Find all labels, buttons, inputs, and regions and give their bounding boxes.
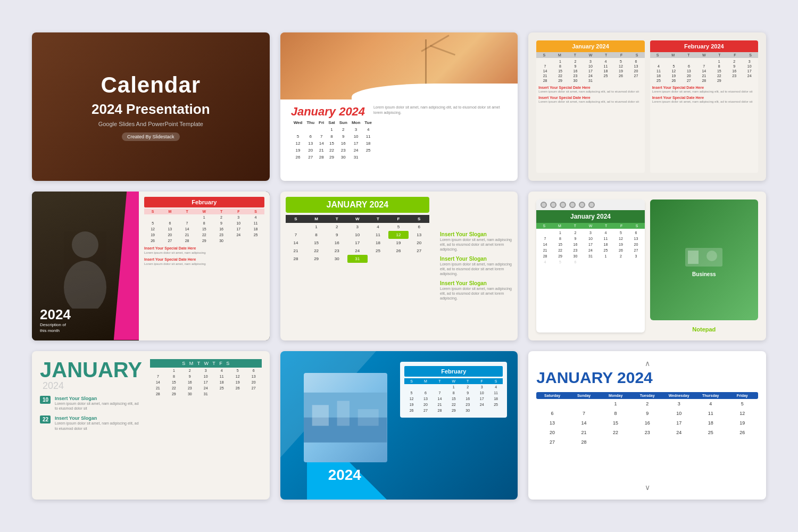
month-title: January 2024 xyxy=(291,105,363,119)
event-2-content: Insert Your Slogan Lorem ipsum dolor sit… xyxy=(55,415,142,431)
event-2-desc: Lorem ipsum dolor sit amet, nam adipisci… xyxy=(55,421,142,431)
big-jan-text: JANUARY xyxy=(40,358,142,381)
slogan-1: Insert Your Slogan Lorem ipsum dolor sit… xyxy=(440,231,512,252)
jan-header: January 2024 xyxy=(536,40,644,52)
teal-right-cal: S M T W T F S 123456 78910111213 1415161… xyxy=(150,359,262,492)
blue-days-header: SaturdaySundayMondayTuesdayWednesdayThur… xyxy=(536,392,758,399)
slide-title[interactable]: Calendar 2024 Presentation Google Slides… xyxy=(32,32,270,181)
notepad-calendar: January 2024 SMTWTFS 123456 78910111213 … xyxy=(536,200,644,332)
jan-insert-link: Insert Your Special Date Here xyxy=(538,86,642,89)
feb-header: February 2024 xyxy=(650,40,758,52)
biz-label: Business xyxy=(692,271,716,277)
slide-notepad[interactable]: January 2024 SMTWTFS 123456 78910111213 … xyxy=(528,192,766,340)
business-image: Business xyxy=(650,200,758,320)
jan-days-h: SMTWTFS xyxy=(286,215,429,223)
big-month-header: JANUARY 2024 xyxy=(40,359,142,392)
feb-insert-link: Insert Your Special Date Here xyxy=(652,86,756,89)
february-cal: February 2024 SMTWTFS 123 45678910 11121… xyxy=(650,40,758,173)
blue-dates: 12345 6789101112 13141516171819 20212223… xyxy=(536,399,758,447)
slogan-2: Insert Your Slogan Lorem ipsum dolor sit… xyxy=(440,256,512,276)
feb-desc: Lorem ipsum dolor sit amet, nam adipisci… xyxy=(652,90,756,94)
event-1-desc: Lorem ipsum dolor sit amet, nam adipisci… xyxy=(55,401,142,412)
spiral-1 xyxy=(541,202,547,208)
template-desc: Google Slides And PowerPoint Template xyxy=(98,121,203,127)
calendar-table: WedThuFriSatSunMonTue 1234 567891011 121… xyxy=(291,119,375,161)
month-year-row: JANUARY 2024 xyxy=(536,369,758,387)
jan-desc: Lorem ipsum dolor sit amet, nam adipisci… xyxy=(538,90,642,94)
big-jan9-text: JANUARY 2024 xyxy=(536,369,652,387)
event-1-num: 10 xyxy=(40,396,51,404)
nav-bottom: ∨ xyxy=(536,483,758,492)
content-area: January 2024 WedThuFriSatSunMonTue 1234 … xyxy=(280,99,518,181)
main-subtitle: 2024 Presentation xyxy=(92,101,210,118)
photo-area xyxy=(280,32,518,99)
svg-rect-8 xyxy=(337,401,350,426)
svg-point-4 xyxy=(706,251,717,261)
spiral-4 xyxy=(569,202,576,208)
slide-february-dark[interactable]: February S M T W T F S 1 2 3 4 5 6 7 xyxy=(32,192,270,340)
svg-rect-7 xyxy=(312,405,329,426)
notepad-label: Notepad xyxy=(650,326,758,332)
event-2-title: Insert Your Slogan xyxy=(55,415,142,421)
insert-link2: Insert Your Special Date Here xyxy=(144,257,264,261)
teal-dates: 123456 78910111213 14151617181920 212223… xyxy=(150,368,262,397)
year-blue-label: 2024 xyxy=(328,467,361,484)
feb-insert-link2: Insert Your Special Date Here xyxy=(652,96,756,99)
spirals-row xyxy=(536,200,644,210)
slide-january-blue[interactable]: ∧ JANUARY 2024 SaturdaySundayMondayTuesd… xyxy=(528,351,766,500)
cal-half: February S M T W T F S 1 2 3 4 5 6 7 xyxy=(139,192,270,340)
event-1-title: Insert Your Slogan xyxy=(55,396,142,401)
january-cal: January 2024 SMTWTFS 123456 78910111213 … xyxy=(536,40,644,173)
insert-desc1: Lorem ipsum dolor sit amet, nam adipisci… xyxy=(144,251,264,255)
slide-january-photo[interactable]: January 2024 WedThuFriSatSunMonTue 1234 … xyxy=(280,32,518,181)
feb-days-header: S M T W T F S xyxy=(144,209,264,214)
teal-left-col: JANUARY 2024 10 Insert Your Slogan Lorem… xyxy=(40,359,142,492)
jan-days-header: SMTWTFS xyxy=(536,52,644,58)
green-slogans: Insert Your Slogan Lorem ipsum dolor sit… xyxy=(435,192,518,340)
year-text: 2024 xyxy=(43,380,64,391)
jan-days-grid: 123456 78910111213 14151617181920 212223… xyxy=(536,58,644,84)
spiral-3 xyxy=(560,202,566,208)
feb2-header: February xyxy=(404,366,503,377)
desc-text: Lorem ipsum dolor sit amet, nam adipisci… xyxy=(373,105,507,176)
slide-january-teal[interactable]: JANUARY 2024 10 Insert Your Slogan Lorem… xyxy=(32,351,270,500)
slogan-3: Insert Your Slogan Lorem ipsum dolor sit… xyxy=(440,280,512,301)
jan-desc2: Lorem ipsum dolor sit amet, nam adipisci… xyxy=(538,100,642,104)
slide-two-calendars[interactable]: January 2024 SMTWTFS 123456 78910111213 … xyxy=(528,32,766,181)
nav-top: ∧ xyxy=(536,359,758,368)
svg-rect-3 xyxy=(688,251,699,264)
slides-grid: Calendar 2024 Presentation Google Slides… xyxy=(32,32,766,499)
feb2-dates: 1234 567891011 12131415161718 1920212223… xyxy=(404,384,503,413)
jan-green-header: JANUARY 2024 xyxy=(286,197,429,213)
main-title: Calendar xyxy=(101,72,201,98)
blue-cal-grid: SaturdaySundayMondayTuesdayWednesdayThur… xyxy=(536,392,758,480)
green-cal: JANUARY 2024 SMTWTFS 123456 78910111213 … xyxy=(280,192,435,340)
event-1-content: Insert Your Slogan Lorem ipsum dolor sit… xyxy=(55,396,142,412)
slide-january-green[interactable]: JANUARY 2024 SMTWTFS 123456 78910111213 … xyxy=(280,192,518,340)
feb-days-grid: 123 45678910 11121314151617 181920212223… xyxy=(650,58,758,84)
np-days-header: SMTWTFS xyxy=(536,223,644,229)
spiral-6 xyxy=(588,202,595,208)
insert-link1: Insert Your Special Date Here xyxy=(144,246,264,250)
biz-notepad-col: Business Notepad xyxy=(650,200,758,332)
feb-cal-box: February SMTWTFS 1234 567891011 12131415… xyxy=(400,362,507,418)
spiral-2 xyxy=(550,202,556,208)
office-image xyxy=(304,373,387,462)
feb2-days-header: SMTWTFS xyxy=(404,378,503,384)
svg-rect-9 xyxy=(358,410,379,426)
insert-desc2: Lorem ipsum dolor sit amet, nam adipisci… xyxy=(144,262,264,267)
np-header: January 2024 xyxy=(536,210,644,223)
feb-header: February xyxy=(144,197,264,207)
slide-blue-triangles[interactable]: February SMTWTFS 1234 567891011 12131415… xyxy=(280,351,518,500)
np-days-grid: 123456 78910111213 14151617181920 212223… xyxy=(536,229,644,266)
teal-cal-header: S M T W T F S xyxy=(150,359,262,368)
feb-days-header: SMTWTFS xyxy=(650,52,758,58)
feb-dates: 1 2 3 4 5 6 7 8 9 10 11 12 13 14 15 16 1… xyxy=(144,214,264,244)
svg-point-1 xyxy=(64,261,106,309)
event-2-num: 22 xyxy=(40,415,51,423)
jan-days-g: 123456 78910111213 14151617181920 212223… xyxy=(286,223,429,263)
event-1: 10 Insert Your Slogan Lorem ipsum dolor … xyxy=(40,396,142,412)
event-2: 22 Insert Your Slogan Lorem ipsum dolor … xyxy=(40,415,142,431)
feb-desc2: Lorem ipsum dolor sit amet, nam adipisci… xyxy=(652,100,756,104)
created-badge: Created By Slidestack xyxy=(122,132,180,141)
